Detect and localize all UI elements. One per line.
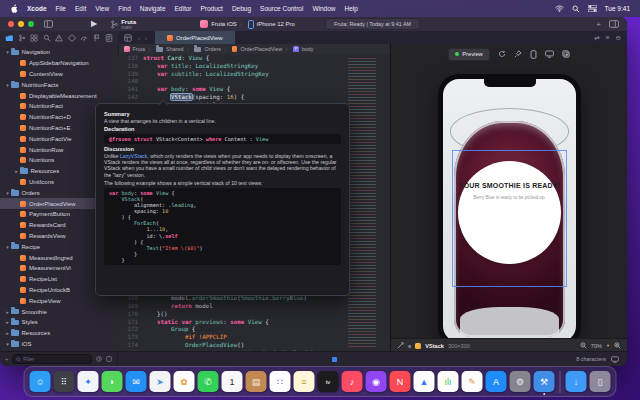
recent-filter-icon[interactable]	[96, 356, 102, 362]
dock-keynote[interactable]: ▲	[414, 371, 435, 392]
menu-item-source-control[interactable]: Source Control	[260, 5, 303, 12]
menu-item-file[interactable]: File	[56, 5, 66, 12]
scheme-name[interactable]: Fruta iOS	[211, 21, 237, 27]
menu-item-view[interactable]: View	[95, 5, 109, 12]
zoom-out-icon[interactable]	[580, 342, 587, 349]
selected-view-name[interactable]: VStack	[425, 343, 444, 349]
symbol-navigator-icon[interactable]	[30, 34, 38, 42]
dock-news[interactable]: N	[390, 371, 411, 392]
add-file-button[interactable]: +	[5, 356, 8, 362]
navigator-item-nutritionfacts[interactable]: ▾NutritionFacts	[0, 79, 118, 90]
navigator-item-contentview[interactable]: ContentView	[0, 69, 118, 80]
control-center-icon[interactable]	[588, 5, 597, 12]
dock-calendar[interactable]: 1	[222, 371, 243, 392]
pin-preview-icon[interactable]	[514, 50, 522, 58]
crumb-subgroup[interactable]: Orders	[204, 46, 220, 52]
menu-item-edit[interactable]: Edit	[75, 5, 86, 12]
tab-orderplacedview[interactable]: OrderPlacedView	[155, 31, 235, 44]
related-items-icon[interactable]	[124, 34, 132, 42]
menu-item-debug[interactable]: Debug	[232, 5, 251, 12]
navigator-item-ios[interactable]: ▾iOS	[0, 339, 118, 350]
menu-clock[interactable]: Tue 9:41	[605, 5, 630, 12]
dock-finder[interactable]: ☺	[30, 371, 51, 392]
breakpoint-toggle[interactable]	[332, 357, 337, 362]
zoom-in-icon[interactable]	[614, 342, 621, 349]
menu-item-xcode[interactable]: Xcode	[27, 5, 47, 12]
crumb-project[interactable]: Fruta	[133, 46, 146, 52]
run-button[interactable]: ▶	[91, 20, 97, 28]
scheme-selector[interactable]: Fruta iOS 〉 iPhone 12 Pro	[200, 20, 295, 29]
menu-item-navigate[interactable]: Navigate	[140, 5, 166, 12]
editor-options-icon[interactable]: ≡	[606, 34, 610, 42]
inspect-icon[interactable]	[397, 342, 404, 349]
live-preview-icon[interactable]	[498, 50, 506, 58]
editor-layout-icon[interactable]	[609, 20, 619, 28]
issue-navigator-icon[interactable]	[55, 34, 63, 42]
navigator-item-resources[interactable]: ▸Resources	[0, 328, 118, 339]
dock-reminders[interactable]: ∷	[270, 371, 291, 392]
dock-pages[interactable]: ✎	[462, 371, 483, 392]
navigator-item-displayablemeasurement[interactable]: DisplayableMeasurement	[0, 90, 118, 101]
dock-app-store[interactable]: A	[486, 371, 507, 392]
dock-photos[interactable]: ✿	[174, 371, 195, 392]
find-navigator-icon[interactable]	[43, 34, 51, 42]
navigator-item-smoothie[interactable]: ▸Smoothie	[0, 306, 118, 317]
menu-item-find[interactable]: Find	[118, 5, 131, 12]
minimize-window-button[interactable]	[18, 21, 24, 27]
crumb-group[interactable]: Shared	[166, 46, 183, 52]
menu-item-product[interactable]: Product	[200, 5, 222, 12]
source-control-navigator-icon[interactable]	[18, 34, 26, 42]
run-destination[interactable]: iPhone 12 Pro	[257, 21, 295, 27]
navigator-item-appsidebarnavigation[interactable]: AppSidebarNavigation	[0, 58, 118, 69]
project-navigator-icon[interactable]	[5, 34, 13, 42]
preview-on-device-icon[interactable]	[545, 50, 554, 58]
dock-numbers[interactable]: ılı	[438, 371, 459, 392]
dock-notes[interactable]: ≡	[294, 371, 315, 392]
sourcecontrol-filter-icon[interactable]	[106, 356, 112, 362]
add-editor-icon[interactable]: +	[596, 20, 601, 29]
navigator-item-recipeview[interactable]: RecipeView	[0, 295, 118, 306]
dock-trash[interactable]: ▯	[590, 371, 611, 392]
filter-field[interactable]: Filter	[12, 354, 92, 364]
dock-podcasts[interactable]: ◉	[366, 371, 387, 392]
dock-mail[interactable]: ✉	[126, 371, 147, 392]
menu-item-help[interactable]: Help	[345, 5, 358, 12]
device-settings-icon[interactable]	[530, 50, 537, 59]
zoom-window-button[interactable]	[28, 21, 34, 27]
apple-menu[interactable]	[10, 4, 18, 13]
dock-downloads[interactable]: ↓	[566, 371, 587, 392]
duplicate-preview-icon[interactable]	[562, 50, 570, 58]
breakpoint-navigator-icon[interactable]	[93, 34, 101, 42]
dock-maps[interactable]: ➤	[150, 371, 171, 392]
list-icon[interactable]: ≡	[408, 343, 411, 349]
debug-navigator-icon[interactable]	[80, 34, 88, 42]
crumb-file[interactable]: OrderPlacedView	[240, 46, 282, 52]
wifi-icon[interactable]	[555, 5, 564, 12]
dock-facetime[interactable]: ✆	[198, 371, 219, 392]
back-icon[interactable]: ‹	[138, 35, 140, 41]
navigator-item-styles[interactable]: ▸Styles	[0, 317, 118, 328]
dock-xcode[interactable]: ⚒	[534, 371, 555, 392]
dock-music[interactable]: ♪	[342, 371, 363, 392]
screen-icon[interactable]	[611, 356, 619, 363]
dock-launchpad[interactable]: ⠿	[54, 371, 75, 392]
lazyvstack-link[interactable]: LazyVStack	[120, 153, 147, 159]
menu-item-editor[interactable]: Editor	[175, 5, 192, 12]
report-navigator-icon[interactable]	[105, 34, 113, 42]
forward-icon[interactable]: ›	[145, 35, 147, 41]
dock-safari[interactable]: ✦	[78, 371, 99, 392]
minimap[interactable]	[348, 56, 376, 348]
navigator-item-navigation[interactable]: ▾Navigation	[0, 47, 118, 58]
code-review-icon[interactable]: ⇄	[594, 34, 599, 42]
close-editor-icon[interactable]: ⊖	[616, 34, 621, 42]
dock-messages[interactable]: ◗	[102, 371, 123, 392]
toggle-navigator-icon[interactable]	[44, 20, 53, 28]
dock-contacts[interactable]: ▤	[246, 371, 267, 392]
test-navigator-icon[interactable]	[68, 34, 76, 42]
crumb-symbol[interactable]: body	[302, 46, 314, 52]
preview-button[interactable]: Preview	[448, 48, 490, 61]
preview-screen[interactable]: YOUR SMOOTHIE IS READY! Berry Blue is re…	[443, 79, 576, 342]
dock-system-preferences[interactable]: ⚙	[510, 371, 531, 392]
close-window-button[interactable]	[8, 21, 14, 27]
menu-item-window[interactable]: Window	[312, 5, 335, 12]
